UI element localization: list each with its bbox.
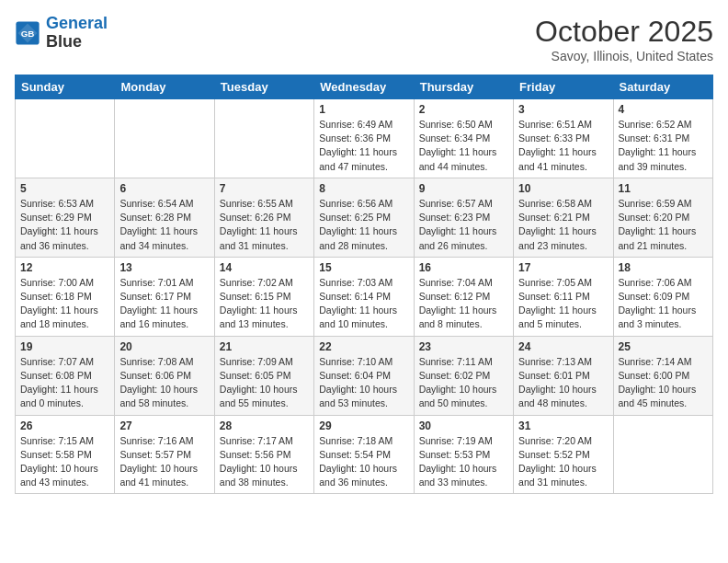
day-info: Sunrise: 7:07 AMSunset: 6:08 PMDaylight:… xyxy=(20,355,109,411)
title-block: October 2025 Savoy, Illinois, United Sta… xyxy=(535,15,713,63)
calendar-day-cell: 15Sunrise: 7:03 AMSunset: 6:14 PMDayligh… xyxy=(314,257,414,336)
day-number: 13 xyxy=(119,261,209,274)
day-number: 8 xyxy=(319,182,408,195)
day-number: 21 xyxy=(220,340,309,353)
day-number: 7 xyxy=(220,182,309,195)
day-number: 3 xyxy=(518,103,608,116)
day-number: 24 xyxy=(518,340,608,353)
calendar-week-row: 19Sunrise: 7:07 AMSunset: 6:08 PMDayligh… xyxy=(16,336,713,415)
logo-line1: General xyxy=(46,14,108,32)
logo-text: General Blue xyxy=(46,15,108,52)
day-info: Sunrise: 6:58 AMSunset: 6:21 PMDaylight:… xyxy=(518,197,608,253)
day-info: Sunrise: 7:04 AMSunset: 6:12 PMDaylight:… xyxy=(419,276,508,332)
day-number: 4 xyxy=(619,103,708,116)
calendar-day-cell: 30Sunrise: 7:19 AMSunset: 5:53 PMDayligh… xyxy=(414,415,513,494)
day-number: 11 xyxy=(619,182,708,195)
calendar-day-cell: 24Sunrise: 7:13 AMSunset: 6:01 PMDayligh… xyxy=(514,336,613,415)
day-info: Sunrise: 7:03 AMSunset: 6:14 PMDaylight:… xyxy=(319,276,408,332)
day-number: 16 xyxy=(419,261,508,274)
day-info: Sunrise: 7:15 AMSunset: 5:58 PMDaylight:… xyxy=(20,434,109,490)
calendar-day-cell: 28Sunrise: 7:17 AMSunset: 5:56 PMDayligh… xyxy=(214,415,313,494)
location-subtitle: Savoy, Illinois, United States xyxy=(535,49,713,63)
page-header: GB General Blue October 2025 Savoy, Illi… xyxy=(15,15,713,63)
weekday-header-row: SundayMondayTuesdayWednesdayThursdayFrid… xyxy=(16,75,713,99)
calendar-day-cell: 2Sunrise: 6:50 AMSunset: 6:34 PMDaylight… xyxy=(414,99,513,178)
weekday-header-tuesday: Tuesday xyxy=(214,75,313,99)
calendar-day-cell: 19Sunrise: 7:07 AMSunset: 6:08 PMDayligh… xyxy=(16,336,115,415)
day-info: Sunrise: 6:51 AMSunset: 6:33 PMDaylight:… xyxy=(518,118,608,174)
calendar-table: SundayMondayTuesdayWednesdayThursdayFrid… xyxy=(15,75,713,494)
day-info: Sunrise: 7:16 AMSunset: 5:57 PMDaylight:… xyxy=(119,434,209,490)
day-number: 20 xyxy=(119,340,209,353)
calendar-day-cell: 14Sunrise: 7:02 AMSunset: 6:15 PMDayligh… xyxy=(214,257,313,336)
day-info: Sunrise: 7:01 AMSunset: 6:17 PMDaylight:… xyxy=(119,276,209,332)
empty-cell xyxy=(115,99,214,178)
calendar-day-cell: 25Sunrise: 7:14 AMSunset: 6:00 PMDayligh… xyxy=(613,336,712,415)
day-info: Sunrise: 6:49 AMSunset: 6:36 PMDaylight:… xyxy=(319,118,408,174)
day-number: 15 xyxy=(319,261,408,274)
day-number: 2 xyxy=(419,103,508,116)
day-info: Sunrise: 7:19 AMSunset: 5:53 PMDaylight:… xyxy=(419,434,508,490)
day-info: Sunrise: 6:56 AMSunset: 6:25 PMDaylight:… xyxy=(319,197,408,253)
calendar-day-cell: 5Sunrise: 6:53 AMSunset: 6:29 PMDaylight… xyxy=(16,178,115,257)
calendar-day-cell: 1Sunrise: 6:49 AMSunset: 6:36 PMDaylight… xyxy=(314,99,414,178)
calendar-day-cell: 6Sunrise: 6:54 AMSunset: 6:28 PMDaylight… xyxy=(115,178,214,257)
calendar-day-cell: 4Sunrise: 6:52 AMSunset: 6:31 PMDaylight… xyxy=(613,99,712,178)
calendar-day-cell: 27Sunrise: 7:16 AMSunset: 5:57 PMDayligh… xyxy=(115,415,214,494)
weekday-header-wednesday: Wednesday xyxy=(314,75,414,99)
day-number: 29 xyxy=(319,419,408,432)
day-number: 10 xyxy=(518,182,608,195)
day-number: 25 xyxy=(619,340,708,353)
day-number: 31 xyxy=(518,419,608,432)
empty-cell xyxy=(16,99,115,178)
calendar-day-cell: 13Sunrise: 7:01 AMSunset: 6:17 PMDayligh… xyxy=(115,257,214,336)
day-number: 14 xyxy=(220,261,309,274)
day-info: Sunrise: 6:50 AMSunset: 6:34 PMDaylight:… xyxy=(419,118,508,174)
day-info: Sunrise: 7:14 AMSunset: 6:00 PMDaylight:… xyxy=(619,355,708,411)
calendar-week-row: 12Sunrise: 7:00 AMSunset: 6:18 PMDayligh… xyxy=(16,257,713,336)
svg-text:GB: GB xyxy=(21,29,35,39)
day-number: 18 xyxy=(619,261,708,274)
calendar-day-cell: 21Sunrise: 7:09 AMSunset: 6:05 PMDayligh… xyxy=(214,336,313,415)
day-number: 19 xyxy=(20,340,109,353)
weekday-header-saturday: Saturday xyxy=(613,75,712,99)
calendar-day-cell: 7Sunrise: 6:55 AMSunset: 6:26 PMDaylight… xyxy=(214,178,313,257)
day-info: Sunrise: 7:02 AMSunset: 6:15 PMDaylight:… xyxy=(220,276,309,332)
calendar-day-cell: 17Sunrise: 7:05 AMSunset: 6:11 PMDayligh… xyxy=(514,257,613,336)
day-number: 30 xyxy=(419,419,508,432)
day-number: 26 xyxy=(20,419,109,432)
calendar-day-cell: 18Sunrise: 7:06 AMSunset: 6:09 PMDayligh… xyxy=(613,257,712,336)
day-number: 9 xyxy=(419,182,508,195)
calendar-day-cell: 31Sunrise: 7:20 AMSunset: 5:52 PMDayligh… xyxy=(514,415,613,494)
calendar-day-cell: 10Sunrise: 6:58 AMSunset: 6:21 PMDayligh… xyxy=(514,178,613,257)
day-info: Sunrise: 7:10 AMSunset: 6:04 PMDaylight:… xyxy=(319,355,408,411)
calendar-day-cell: 8Sunrise: 6:56 AMSunset: 6:25 PMDaylight… xyxy=(314,178,414,257)
calendar-day-cell: 23Sunrise: 7:11 AMSunset: 6:02 PMDayligh… xyxy=(414,336,513,415)
weekday-header-friday: Friday xyxy=(514,75,613,99)
calendar-week-row: 1Sunrise: 6:49 AMSunset: 6:36 PMDaylight… xyxy=(16,99,713,178)
day-info: Sunrise: 7:08 AMSunset: 6:06 PMDaylight:… xyxy=(119,355,209,411)
day-info: Sunrise: 7:05 AMSunset: 6:11 PMDaylight:… xyxy=(518,276,608,332)
logo-icon: GB xyxy=(15,20,40,46)
logo-line2: Blue xyxy=(46,33,108,52)
day-info: Sunrise: 7:09 AMSunset: 6:05 PMDaylight:… xyxy=(220,355,309,411)
empty-cell xyxy=(214,99,313,178)
calendar-day-cell: 26Sunrise: 7:15 AMSunset: 5:58 PMDayligh… xyxy=(16,415,115,494)
day-number: 28 xyxy=(220,419,309,432)
calendar-week-row: 26Sunrise: 7:15 AMSunset: 5:58 PMDayligh… xyxy=(16,415,713,494)
empty-cell xyxy=(613,415,712,494)
calendar-week-row: 5Sunrise: 6:53 AMSunset: 6:29 PMDaylight… xyxy=(16,178,713,257)
day-info: Sunrise: 6:53 AMSunset: 6:29 PMDaylight:… xyxy=(20,197,109,253)
weekday-header-monday: Monday xyxy=(115,75,214,99)
day-number: 5 xyxy=(20,182,109,195)
calendar-day-cell: 22Sunrise: 7:10 AMSunset: 6:04 PMDayligh… xyxy=(314,336,414,415)
day-info: Sunrise: 7:17 AMSunset: 5:56 PMDaylight:… xyxy=(220,434,309,490)
day-number: 1 xyxy=(319,103,408,116)
day-number: 27 xyxy=(119,419,209,432)
day-info: Sunrise: 7:11 AMSunset: 6:02 PMDaylight:… xyxy=(419,355,508,411)
calendar-day-cell: 29Sunrise: 7:18 AMSunset: 5:54 PMDayligh… xyxy=(314,415,414,494)
day-number: 6 xyxy=(119,182,209,195)
logo: GB General Blue xyxy=(15,15,108,52)
day-info: Sunrise: 6:54 AMSunset: 6:28 PMDaylight:… xyxy=(119,197,209,253)
calendar-day-cell: 9Sunrise: 6:57 AMSunset: 6:23 PMDaylight… xyxy=(414,178,513,257)
